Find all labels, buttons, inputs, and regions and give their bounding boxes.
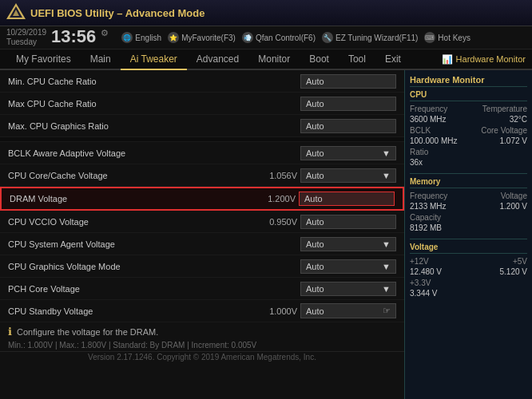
setting-pch-core-voltage[interactable]: PCH Core Voltage Auto ▼: [0, 278, 404, 300]
hw-volt-12-label: +12V: [410, 257, 429, 266]
hw-cpu-freq-value: 3600 MHz: [410, 115, 447, 124]
tab-monitor[interactable]: Monitor: [248, 49, 300, 70]
chevron-down-icon: ▼: [382, 148, 391, 158]
info-icon: ℹ: [8, 326, 12, 338]
setting-label-cpu-graphics-voltage-mode: CPU Graphics Voltage Mode: [8, 262, 300, 271]
dropdown-value: Auto: [306, 306, 324, 316]
my-favorite-label: MyFavorite(F3): [181, 34, 236, 42]
setting-cpu-vccio[interactable]: CPU VCCIO Voltage 0.950V Auto: [0, 211, 404, 233]
tab-exit[interactable]: Exit: [375, 49, 411, 70]
tab-boot[interactable]: Boot: [300, 49, 339, 70]
dropdown-value: Auto: [306, 99, 324, 109]
hw-cpu-freq-row: Frequency Temperature: [410, 105, 527, 113]
setting-dram-voltage[interactable]: DRAM Voltage 1.200V Auto: [0, 187, 404, 211]
hw-volt-33-row: +3.3V: [410, 279, 527, 287]
tab-ai-tweaker[interactable]: Ai Tweaker: [121, 49, 187, 70]
dram-voltage-value: 1.200V: [257, 194, 296, 203]
setting-description: Configure the voltage for the DRAM.: [17, 327, 158, 337]
setting-label-max-cpu-cache: Max CPU Cache Ratio: [8, 99, 300, 109]
tab-main[interactable]: Main: [81, 49, 121, 70]
setting-label-bclk-aware: BCLK Aware Adaptive Voltage: [8, 148, 300, 158]
version-text: Version 2.17.1246. Copyright © 2019 Amer…: [88, 353, 316, 361]
hw-volt-5-value: 5.120 V: [500, 267, 527, 276]
hw-monitor-title: Hardware Monitor: [410, 75, 527, 87]
setting-label-min-cpu-cache: Min. CPU Cache Ratio: [8, 77, 300, 86]
setting-cpu-system-agent[interactable]: CPU System Agent Voltage Auto ▼: [0, 233, 404, 255]
logo-area: UEFI BIOS Utility – Advanced Mode: [5, 2, 204, 24]
dropdown-value: Auto: [306, 284, 324, 294]
version-bar: Version 2.17.1246. Copyright © 2019 Amer…: [0, 351, 404, 362]
dropdown-cpu-vccio[interactable]: Auto: [300, 215, 396, 229]
dropdown-value: Auto: [306, 171, 324, 180]
setting-max-cpu-graphics[interactable]: Max. CPU Graphics Ratio Auto: [0, 115, 404, 137]
settings-panel[interactable]: Min. CPU Cache Ratio Auto Max CPU Cache …: [0, 70, 404, 399]
dropdown-cpu-core-cache[interactable]: Auto ▼: [300, 168, 396, 183]
datetime-left: 10/29/2019 Tuesday 13:56 ⚙: [6, 28, 109, 47]
setting-label-pch-core-voltage: PCH Core Voltage: [8, 284, 300, 294]
setting-cpu-core-cache-voltage[interactable]: CPU Core/Cache Voltage 1.056V Auto ▼: [0, 164, 404, 187]
fan-icon: 💨: [242, 32, 253, 43]
dropdown-cpu-system-agent[interactable]: Auto ▼: [300, 237, 396, 251]
hw-cpu-temp-value: 32°C: [510, 115, 527, 124]
hw-volt-5-label: +5V: [513, 257, 527, 266]
tab-my-favorites[interactable]: My Favorites: [6, 49, 81, 70]
qfan-btn[interactable]: 💨 Qfan Control(F6): [242, 32, 316, 43]
ez-tuning-btn[interactable]: 🔧 EZ Tuning Wizard(F11): [322, 32, 418, 43]
star-icon: ⭐: [168, 32, 179, 43]
hw-voltage-group: Voltage +12V +5V 12.480 V 5.120 V +3.3V …: [410, 243, 527, 298]
dropdown-value: Auto: [306, 239, 324, 249]
dropdown-bclk-aware[interactable]: Auto ▼: [300, 146, 396, 160]
wrench-icon: 🔧: [322, 32, 333, 43]
dropdown-max-cpu-cache[interactable]: Auto: [300, 97, 396, 111]
lang-english[interactable]: 🌐 English: [121, 32, 161, 43]
dropdown-pch-core-voltage[interactable]: Auto ▼: [300, 282, 396, 296]
hw-cpu-title: CPU: [410, 90, 527, 101]
hw-cpu-freq-label: Frequency: [410, 105, 447, 113]
setting-label-max-cpu-graphics: Max. CPU Graphics Ratio: [8, 121, 300, 131]
setting-label-cpu-core-cache-voltage: CPU Core/Cache Voltage: [8, 171, 259, 180]
setting-min-cpu-cache[interactable]: Min. CPU Cache Ratio Auto: [0, 70, 404, 93]
cpu-standby-value: 1.000V: [259, 306, 297, 316]
setting-cpu-standby-voltage[interactable]: CPU Standby Voltage 1.000V Auto ☞: [0, 300, 404, 322]
tab-advanced[interactable]: Advanced: [187, 49, 248, 70]
setting-label-cpu-vccio: CPU VCCIO Voltage: [8, 217, 259, 227]
dropdown-max-cpu-graphics[interactable]: Auto: [300, 119, 396, 133]
hw-capacity-val-row: 8192 MB: [410, 223, 527, 232]
datetime-row: 10/29/2019 Tuesday 13:56 ⚙ 🌐 English ⭐ M…: [0, 26, 532, 49]
chevron-down-icon: ▼: [382, 171, 391, 180]
ez-tuning-label: EZ Tuning Wizard(F11): [335, 34, 418, 42]
chevron-down-icon: ▼: [382, 239, 391, 249]
lang-area: 🌐 English ⭐ MyFavorite(F3) 💨 Qfan Contro…: [121, 32, 470, 43]
hw-core-voltage-value: 1.072 V: [500, 136, 527, 145]
hw-mem-volt-value: 1.200 V: [500, 202, 527, 211]
dropdown-dram-voltage[interactable]: Auto: [299, 192, 395, 206]
hw-volt-33-val-row: 3.344 V: [410, 289, 527, 298]
dropdown-min-cpu-cache[interactable]: Auto: [300, 74, 396, 89]
my-favorite-btn[interactable]: ⭐ MyFavorite(F3): [168, 32, 236, 43]
cpu-vccio-value: 0.950V: [259, 217, 297, 227]
setting-cpu-graphics-voltage-mode[interactable]: CPU Graphics Voltage Mode Auto ▼: [0, 255, 404, 278]
tab-tool[interactable]: Tool: [339, 49, 375, 70]
dropdown-cpu-standby-voltage[interactable]: Auto ☞: [300, 303, 396, 318]
hot-keys-btn[interactable]: ⌨ Hot Keys: [424, 32, 470, 43]
setting-bclk-aware[interactable]: BCLK Aware Adaptive Voltage Auto ▼: [0, 142, 404, 164]
hw-mem-freq-row: Frequency Voltage: [410, 192, 527, 200]
hw-bclk-val-row: 100.000 MHz 1.072 V: [410, 136, 527, 145]
dropdown-cpu-graphics-voltage-mode[interactable]: Auto ▼: [300, 259, 396, 274]
date-line2: Tuesday: [6, 38, 46, 47]
setting-label-dram-voltage: DRAM Voltage: [10, 194, 257, 203]
hw-core-voltage-label: Core Voltage: [481, 126, 527, 135]
hw-bclk-row: BCLK Core Voltage: [410, 126, 527, 135]
hw-capacity-row: Capacity: [410, 213, 527, 222]
asus-logo-icon: [5, 2, 27, 24]
hw-ratio-row: Ratio: [410, 148, 527, 156]
setting-spec: Min.: 1.000V | Max.: 1.800V | Standard: …: [0, 339, 404, 351]
settings-icon[interactable]: ⚙: [101, 28, 109, 38]
hw-mem-volt-label: Voltage: [501, 192, 527, 200]
hw-monitor-nav[interactable]: 📊 Hardware Monitor: [442, 54, 526, 65]
hw-divider-2: [410, 239, 527, 239]
setting-max-cpu-cache[interactable]: Max CPU Cache Ratio Auto: [0, 93, 404, 115]
dropdown-value: Auto: [306, 262, 324, 271]
dropdown-value: Auto: [306, 148, 324, 158]
hw-volt-12-val-row: 12.480 V 5.120 V: [410, 267, 527, 276]
